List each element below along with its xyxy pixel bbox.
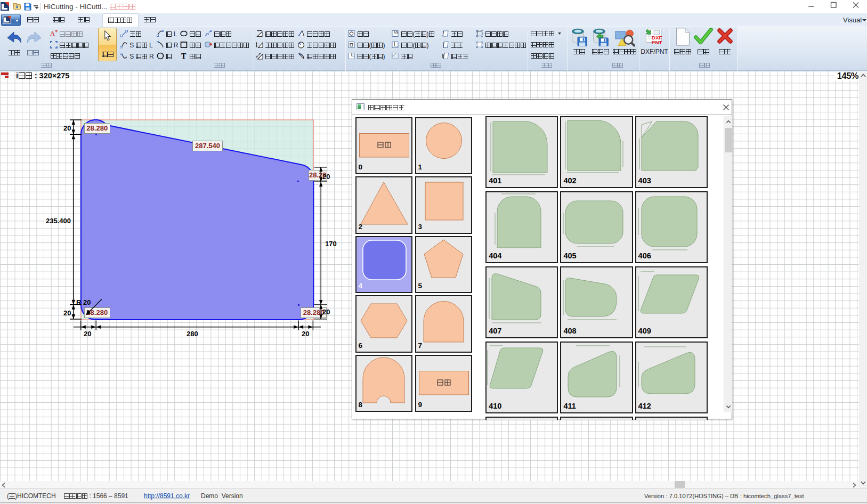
svg-text:T: T	[181, 52, 187, 60]
svg-text:PNT: PNT	[652, 39, 662, 45]
svg-text:A: A	[50, 30, 55, 37]
